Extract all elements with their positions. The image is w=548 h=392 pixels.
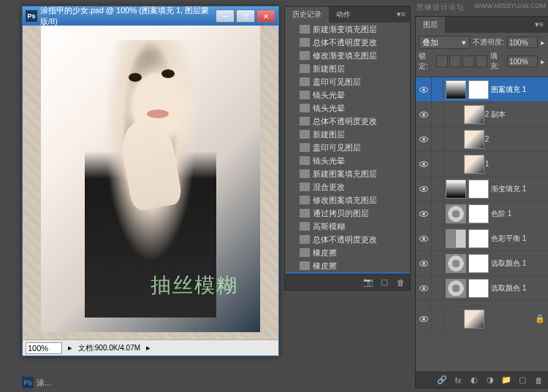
history-list[interactable]: 新建渐变填充图层总体不透明度更改修改渐变填充图层新建图层盖印可见图层镜头光晕镜头… [285,23,410,274]
layer-name[interactable]: 选取颜色 1 [491,258,548,269]
group-button[interactable]: 📁 [500,374,513,386]
visibility-toggle[interactable] [416,152,432,176]
visibility-toggle[interactable] [416,307,432,331]
layer-item[interactable]: 色阶 1 [416,201,548,226]
history-item[interactable]: 镜头光晕 [285,101,410,115]
layer-thumbnail[interactable] [464,130,484,149]
history-item[interactable]: 新建渐变填充图层 [285,23,410,36]
lock-position-button[interactable] [463,55,474,67]
link-layers-button[interactable]: 🔗 [435,374,449,386]
layer-item[interactable]: 图层 1 [416,152,548,177]
visibility-toggle[interactable] [416,226,432,250]
new-layer-button[interactable]: ▢ [516,374,529,386]
visibility-toggle[interactable] [416,102,432,126]
layer-thumbnail[interactable] [446,279,466,298]
canvas[interactable]: 抽丝模糊 [23,26,278,339]
fill-input[interactable] [507,55,538,67]
link-column[interactable] [432,152,444,176]
minimize-button[interactable]: ─ [216,9,235,23]
layer-name[interactable]: 选取颜色 1 [491,283,548,293]
chevron-right-icon[interactable]: ▸ [146,343,151,353]
layer-thumbnail[interactable] [464,310,484,328]
history-item[interactable]: 总体不透明度更改 [285,115,410,128]
history-item[interactable]: 修改图案填充图层 [285,193,410,207]
link-column[interactable] [432,177,444,201]
chevron-icon[interactable]: ▸ [541,57,545,66]
visibility-toggle[interactable] [416,276,432,300]
history-item[interactable]: 盖印可见图层 [285,141,410,154]
opacity-input[interactable] [507,36,538,48]
link-column[interactable] [432,226,444,250]
layer-item[interactable]: 背景🔒 [416,307,548,331]
taskbar-item[interactable]: Ps 涂... [22,377,51,388]
layer-thumbnail[interactable] [446,180,466,199]
layer-mask-thumbnail[interactable] [468,180,489,199]
layer-thumbnail[interactable] [464,105,484,124]
tab-layers[interactable]: 图层 [416,17,445,33]
visibility-toggle[interactable] [416,177,432,201]
history-item[interactable]: 高斯模糊 [285,220,410,233]
panel-menu-icon[interactable]: ▾≡ [530,17,548,33]
layer-item[interactable]: 渐变填充 1 [416,177,548,201]
layer-mask-thumbnail[interactable] [468,229,489,248]
layer-mask-thumbnail[interactable] [468,254,489,273]
visibility-toggle[interactable] [416,251,432,275]
history-item[interactable]: 镜头光晕 [285,154,410,167]
history-item[interactable]: 盖印可见图层 [285,75,410,88]
tab-history[interactable]: 历史记录 [285,7,329,23]
history-item[interactable]: 总体不透明度更改 [285,36,410,49]
link-column[interactable] [432,77,444,101]
layer-name[interactable]: 渐变填充 1 [491,184,548,194]
history-item[interactable]: 新建图案填充图层 [285,167,410,180]
layer-item[interactable]: 色彩平衡 1 [416,226,548,251]
visibility-toggle[interactable] [416,201,432,226]
history-item[interactable]: 新建图层 [285,128,410,141]
history-item[interactable]: 通过拷贝的图层 [285,207,410,220]
lock-transparency-button[interactable] [436,55,448,67]
chevron-icon[interactable]: ▸ [68,343,72,353]
link-column[interactable] [432,307,444,331]
layer-name[interactable]: 色阶 1 [491,209,548,219]
history-item[interactable]: 橡皮擦 [285,246,410,259]
adjustment-layer-button[interactable]: ◑ [484,374,497,386]
history-item[interactable]: 镜头光晕 [285,88,410,101]
layer-style-button[interactable]: fx [452,374,465,386]
layer-item[interactable]: 图层 2 [416,127,548,152]
chevron-icon[interactable]: ▸ [541,38,545,47]
history-item[interactable]: 修改渐变填充图层 [285,49,410,62]
maximize-button[interactable]: □ [236,9,255,23]
panel-menu-icon[interactable]: ▾≡ [392,7,410,23]
history-item[interactable]: 新建图层 [285,62,410,75]
link-column[interactable] [432,251,444,275]
history-item[interactable]: 橡皮擦 [285,259,410,272]
layer-thumbnail[interactable] [446,204,466,223]
layer-item[interactable]: 选取颜色 1 [416,276,548,301]
layer-thumbnail[interactable] [464,155,484,174]
layer-mask-button[interactable]: ◐ [468,374,481,386]
lock-all-button[interactable] [476,55,487,67]
link-column[interactable] [432,102,444,126]
layer-mask-thumbnail[interactable] [468,80,489,99]
layers-list[interactable]: 图案填充 1图层 2 副本图层 2图层 1渐变填充 1色阶 1色彩平衡 1选取颜… [416,77,548,372]
history-item[interactable]: 总体不透明度更改 [285,233,410,246]
lock-pixels-button[interactable] [449,55,461,67]
new-snapshot-button[interactable]: 📷 [362,277,375,288]
delete-layer-button[interactable]: 🗑 [532,374,545,386]
delete-button[interactable]: 🗑 [394,277,407,288]
history-item[interactable]: 混合更改 [285,180,410,193]
tab-actions[interactable]: 动作 [329,7,358,23]
visibility-toggle[interactable] [416,127,432,151]
visibility-toggle[interactable] [416,77,432,101]
layer-item[interactable]: 图案填充 1 [416,77,548,102]
layer-name[interactable]: 色彩平衡 1 [491,234,548,244]
layer-thumbnail[interactable] [446,254,466,273]
zoom-input[interactable] [26,342,62,354]
layer-thumbnail[interactable] [446,229,466,248]
titlebar[interactable]: Ps 涂指甲的少女.psd @ 100% (图案填充 1, 图层蒙版/8) ─ … [23,7,278,26]
close-button[interactable]: ✕ [256,9,275,23]
link-column[interactable] [432,201,444,226]
layer-name[interactable]: 图案填充 1 [491,85,548,95]
blend-mode-select[interactable]: 叠加▾ [419,36,470,49]
layer-item[interactable]: 选取颜色 1 [416,251,548,276]
link-column[interactable] [432,127,444,151]
